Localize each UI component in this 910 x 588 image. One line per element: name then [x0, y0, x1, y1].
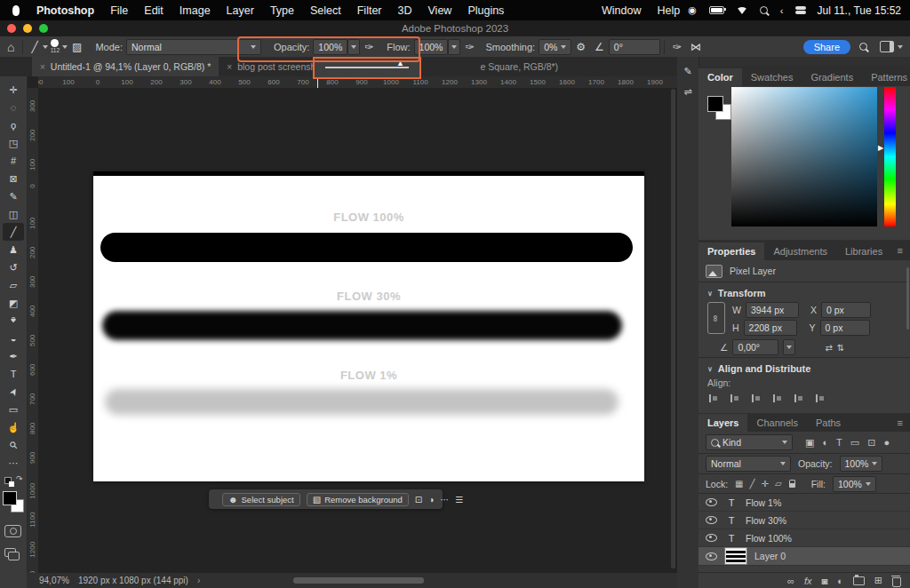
smart-object-filter-icon[interactable]: ⊡ [867, 437, 875, 449]
dodge-tool[interactable]: ◒ [3, 330, 24, 347]
link-dimensions-icon[interactable]: ∞ [707, 302, 725, 334]
layer-visibility-icon[interactable] [706, 534, 717, 542]
spotlight-search-icon[interactable] [760, 6, 768, 14]
menu-view[interactable]: View [428, 4, 452, 17]
menu-help[interactable]: Help [657, 4, 680, 17]
tab-channels[interactable]: Channels [747, 414, 806, 432]
layer-visibility-icon[interactable] [706, 552, 717, 560]
flip-vertical-icon[interactable]: ⇅ [837, 343, 844, 353]
zoom-level[interactable]: 94,07% [39, 576, 69, 585]
document-tab-1[interactable]: × Untitled-1 @ 94,1% (Layer 0, RGB/8) * [32, 57, 219, 76]
fill-field[interactable]: 100% [833, 476, 876, 492]
flip-horizontal-icon[interactable]: ⇄ [825, 343, 832, 353]
align-section-header[interactable]: ∨Align and Distribute [698, 358, 910, 377]
opacity-pressure-icon[interactable]: ✑ [364, 41, 373, 53]
workspace-caret-icon[interactable] [898, 45, 903, 49]
airbrush-icon[interactable]: ✑ [465, 41, 474, 53]
transform-icon[interactable]: ⊡ [415, 495, 422, 505]
opacity-field[interactable]: 100% [313, 39, 347, 55]
brush-size-picker[interactable]: 112 [51, 39, 60, 54]
align-bottom-icon[interactable] [816, 394, 826, 402]
symmetry-icon[interactable]: ⋈ [690, 41, 701, 53]
apple-logo-icon[interactable] [12, 5, 20, 16]
width-field[interactable]: 3944 px [746, 302, 799, 318]
panel-menu-icon[interactable]: ≡ [898, 245, 903, 256]
brush-tool[interactable]: ╱ [3, 223, 24, 241]
align-center-h-icon[interactable] [730, 394, 740, 402]
flow-field[interactable]: 100% [414, 39, 449, 55]
menu-photoshop[interactable]: Photoshop [36, 4, 94, 17]
blend-mode-select[interactable]: Normal [126, 39, 261, 55]
home-icon[interactable]: ⌂ [7, 40, 14, 54]
panel-menu-icon[interactable]: ≡ [898, 417, 903, 428]
lasso-tool[interactable]: ϙ [3, 116, 24, 134]
lock-artboard-icon[interactable]: ▱ [775, 479, 782, 489]
brush-tool-preset-icon[interactable]: ╱ [31, 41, 37, 53]
brush-preset-caret-icon[interactable] [43, 45, 48, 49]
menu-filter[interactable]: Filter [357, 4, 382, 17]
layer-visibility-icon[interactable] [706, 516, 717, 524]
layer-name[interactable]: Flow 30% [746, 515, 786, 526]
object-selection-tool[interactable]: ◳ [3, 134, 24, 152]
smoothing-options-gear-icon[interactable]: ⚙ [576, 41, 586, 53]
swap-colors-icon[interactable]: ↷ [16, 474, 23, 483]
wifi-icon[interactable] [737, 7, 747, 14]
share-button[interactable]: Share [803, 40, 850, 54]
flow-slider-popup[interactable]: ▲ [313, 57, 421, 79]
clone-stamp-tool[interactable]: ♟ [3, 241, 24, 258]
tab-swatches[interactable]: Swatches [742, 68, 802, 86]
adjustment-layer-icon[interactable]: ◐ [837, 576, 843, 586]
tab-patterns[interactable]: Patterns [862, 68, 910, 86]
saturation-brightness-field[interactable] [731, 87, 877, 226]
layer-row-flow-1[interactable]: T Flow 1% [698, 494, 910, 512]
rotation-field[interactable]: 0,00° [732, 339, 778, 355]
menu-file[interactable]: File [110, 4, 128, 17]
search-icon[interactable] [859, 43, 867, 51]
menu-type[interactable]: Type [270, 4, 294, 17]
type-filter-icon[interactable]: T [836, 437, 842, 449]
screen-record-icon[interactable]: ◉ [688, 4, 697, 16]
gradient-tool[interactable]: ◩ [3, 294, 24, 312]
layers-opacity-field[interactable]: 100% [840, 456, 883, 472]
eyedropper-tool[interactable]: ✎ [3, 187, 24, 205]
vertical-scrollbar[interactable] [671, 89, 675, 568]
adjustment-icon[interactable]: ◑ [428, 495, 434, 505]
lock-paint-icon[interactable]: ╱ [750, 479, 755, 489]
status-chevron-icon[interactable]: › [197, 576, 200, 585]
y-field[interactable]: 0 px [820, 320, 870, 336]
brush-settings-panel-icon[interactable]: ▨ [72, 41, 82, 53]
tab-libraries[interactable]: Libraries [836, 242, 891, 260]
new-layer-icon[interactable]: ⊞ [874, 575, 882, 586]
align-left-icon[interactable] [709, 394, 719, 402]
panel-scrollbar[interactable] [906, 267, 909, 330]
crop-tool[interactable]: # [3, 152, 24, 170]
filter-pin-icon[interactable]: ● [883, 437, 890, 449]
height-field[interactable]: 2208 px [744, 320, 797, 336]
default-colors-icon[interactable] [4, 477, 15, 488]
tab-color[interactable]: Color [698, 68, 742, 86]
rotation-dropdown-button[interactable] [783, 339, 795, 355]
layer-name[interactable]: Layer 0 [754, 551, 786, 561]
layer-name[interactable]: Flow 1% [746, 497, 781, 508]
align-middle-icon[interactable] [794, 394, 804, 402]
close-tab-icon[interactable]: × [227, 62, 232, 72]
adjustment-filter-icon[interactable]: ◐ [822, 437, 828, 449]
lock-all-icon[interactable] [789, 483, 795, 488]
contextual-taskbar[interactable]: ☻Select subject ▧Remove background ⊡ ◑ ⋯… [209, 489, 443, 509]
history-brush-tool[interactable]: ↺ [3, 258, 24, 276]
taskbar-properties-icon[interactable]: ☰ [455, 495, 463, 505]
transform-section-header[interactable]: ∨Transform [698, 282, 910, 302]
foreground-color-swatch[interactable] [3, 491, 17, 505]
frame-tool[interactable]: ⊠ [3, 170, 24, 187]
layer-style-icon[interactable]: fx [804, 576, 812, 586]
flow-dropdown-button[interactable] [448, 39, 460, 55]
opacity-dropdown-button[interactable] [347, 39, 360, 55]
menu-edit[interactable]: Edit [144, 4, 164, 17]
x-field[interactable]: 0 px [821, 302, 871, 318]
hue-slider[interactable] [884, 87, 896, 226]
layer-thumbnail[interactable] [725, 548, 746, 564]
foreground-color-chip[interactable] [707, 96, 723, 112]
brush-size-caret-icon[interactable] [62, 45, 68, 49]
pressure-size-icon[interactable]: ✑ [673, 41, 682, 53]
remove-background-button[interactable]: ▧Remove background [307, 493, 409, 506]
